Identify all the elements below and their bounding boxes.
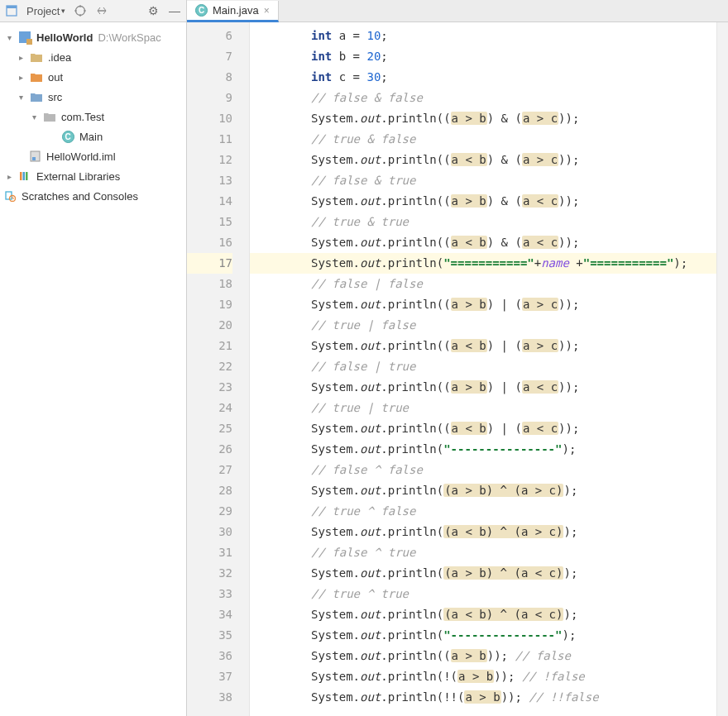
- code-line[interactable]: // true ^ true: [250, 584, 716, 604]
- tree-scratches[interactable]: Scratches and Consoles: [0, 186, 186, 206]
- code-line[interactable]: System.out.println((a > b) & (a < c));: [250, 191, 716, 212]
- minimize-icon[interactable]: —: [168, 4, 181, 17]
- iml-file-icon: [28, 150, 41, 163]
- gutter-line[interactable]: 32: [187, 563, 232, 584]
- code-line[interactable]: // true | true: [250, 398, 716, 418]
- chevron-down-icon[interactable]: ▾: [28, 112, 40, 122]
- module-icon: [18, 31, 31, 44]
- gutter-line[interactable]: 7: [187, 46, 232, 67]
- chevron-right-icon[interactable]: ▸: [15, 73, 26, 82]
- tree-external-libs[interactable]: ▸ External Libraries: [0, 166, 186, 186]
- tree-label: out: [48, 71, 63, 84]
- gutter-line[interactable]: 38: [187, 687, 232, 708]
- tree-package[interactable]: ▾ com.Test: [0, 107, 186, 126]
- tab-label: Main.java: [213, 4, 259, 17]
- code-line[interactable]: System.out.println((a < b) | (a < c));: [250, 418, 716, 439]
- tab-main-java[interactable]: C Main.java ×: [187, 1, 279, 22]
- code-line[interactable]: System.out.println((a > b) & (a > c));: [250, 108, 716, 129]
- code-line[interactable]: System.out.println((a < b) & (a > c));: [250, 150, 716, 170]
- code-line[interactable]: // true & true: [250, 212, 716, 232]
- gutter-line[interactable]: 13: [187, 170, 232, 191]
- code-line[interactable]: System.out.println("---------------");: [250, 439, 716, 460]
- tree-out[interactable]: ▸ out: [0, 67, 186, 87]
- project-tree[interactable]: ▾ HelloWorld D:\WorkSpac ▸ .idea ▸ out: [0, 22, 187, 716]
- code-line[interactable]: int c = 30;: [250, 67, 716, 88]
- tree-root-path: D:\WorkSpac: [98, 31, 160, 44]
- gutter-line[interactable]: 27: [187, 460, 232, 480]
- gutter-line[interactable]: 30: [187, 522, 232, 542]
- code-line[interactable]: int a = 10;: [250, 26, 716, 46]
- gutter-line[interactable]: 21: [187, 336, 232, 356]
- gutter-line[interactable]: 16: [187, 232, 232, 253]
- gutter-line[interactable]: 26: [187, 439, 232, 460]
- code-line[interactable]: System.out.println((a > b) | (a > c));: [250, 294, 716, 315]
- tree-src[interactable]: ▾ src: [0, 87, 186, 107]
- gutter-line[interactable]: 14: [187, 191, 232, 212]
- gutter-line[interactable]: 25: [187, 418, 232, 439]
- gutter-line[interactable]: 9: [187, 88, 232, 108]
- chevron-right-icon[interactable]: ▸: [3, 172, 15, 181]
- gutter-line[interactable]: 29: [187, 501, 232, 522]
- gutter-line[interactable]: 22: [187, 356, 232, 377]
- code-line[interactable]: System.out.println((a < b) & (a < c));: [250, 232, 716, 253]
- gutter-line[interactable]: 33: [187, 584, 232, 604]
- gutter-line[interactable]: 17: [187, 253, 232, 274]
- code-line[interactable]: // true | false: [250, 315, 716, 336]
- gutter-line[interactable]: 6: [187, 26, 232, 46]
- tree-label: External Libraries: [36, 170, 120, 183]
- code-editor[interactable]: 6789101112131415161718192021222324252627…: [187, 22, 728, 716]
- code-line[interactable]: // false & true: [250, 170, 716, 191]
- code-line[interactable]: // false | false: [250, 274, 716, 294]
- editor-code-area[interactable]: int a = 10;int b = 20;int c = 30;// fals…: [250, 22, 716, 716]
- code-line[interactable]: // true & false: [250, 129, 716, 150]
- gutter-line[interactable]: 24: [187, 398, 232, 418]
- gutter-line[interactable]: 10: [187, 108, 232, 129]
- gutter-line[interactable]: 18: [187, 274, 232, 294]
- code-line[interactable]: // false ^ true: [250, 542, 716, 563]
- editor-gutter[interactable]: 6789101112131415161718192021222324252627…: [187, 22, 250, 716]
- tree-idea[interactable]: ▸ .idea: [0, 47, 186, 67]
- gutter-line[interactable]: 37: [187, 666, 232, 687]
- tree-label: Scratches and Consoles: [22, 190, 138, 203]
- target-icon[interactable]: [74, 4, 87, 17]
- gutter-line[interactable]: 36: [187, 646, 232, 666]
- gutter-line[interactable]: 8: [187, 67, 232, 88]
- code-line[interactable]: System.out.println((a > b) | (a < c));: [250, 377, 716, 398]
- gutter-line[interactable]: 34: [187, 604, 232, 625]
- code-line[interactable]: // false ^ false: [250, 460, 716, 480]
- gutter-line[interactable]: 11: [187, 129, 232, 150]
- code-line[interactable]: System.out.println((a > b) ^ (a < c));: [250, 563, 716, 584]
- chevron-down-icon[interactable]: ▾: [15, 93, 26, 102]
- gutter-line[interactable]: 31: [187, 542, 232, 563]
- gutter-line[interactable]: 23: [187, 377, 232, 398]
- gear-icon[interactable]: ⚙: [146, 4, 160, 17]
- gutter-line[interactable]: 15: [187, 212, 232, 232]
- gutter-line[interactable]: 19: [187, 294, 232, 315]
- chevron-down-icon[interactable]: ▾: [3, 33, 15, 42]
- code-line[interactable]: System.out.println((a < b) ^ (a < c));: [250, 604, 716, 625]
- tree-iml[interactable]: HelloWorld.iml: [0, 146, 186, 166]
- vertical-scrollbar[interactable]: [716, 22, 728, 716]
- code-line[interactable]: System.out.println((a > b) ^ (a > c));: [250, 480, 716, 501]
- close-icon[interactable]: ×: [264, 5, 270, 17]
- code-line[interactable]: System.out.println((a > b)); // false: [250, 646, 716, 666]
- code-line[interactable]: System.out.println(!(a > b)); // !false: [250, 666, 716, 687]
- tree-root[interactable]: ▾ HelloWorld D:\WorkSpac: [0, 27, 186, 47]
- gutter-line[interactable]: 20: [187, 315, 232, 336]
- code-line[interactable]: System.out.println(!!(a > b)); // !!fals…: [250, 687, 716, 708]
- tree-main-class[interactable]: C Main: [0, 126, 186, 146]
- collapse-icon[interactable]: [95, 4, 108, 17]
- chevron-right-icon[interactable]: ▸: [15, 53, 26, 62]
- project-tool-label[interactable]: Project ▾: [26, 5, 65, 17]
- code-line[interactable]: // false & false: [250, 88, 716, 108]
- gutter-line[interactable]: 28: [187, 480, 232, 501]
- code-line[interactable]: int b = 20;: [250, 46, 716, 67]
- code-line[interactable]: System.out.println("==========="+name +"…: [250, 253, 716, 274]
- gutter-line[interactable]: 35: [187, 625, 232, 646]
- code-line[interactable]: System.out.println((a < b) | (a > c));: [250, 336, 716, 356]
- gutter-line[interactable]: 12: [187, 150, 232, 170]
- code-line[interactable]: System.out.println("---------------");: [250, 625, 716, 646]
- code-line[interactable]: System.out.println((a < b) ^ (a > c));: [250, 522, 716, 542]
- code-line[interactable]: // true ^ false: [250, 501, 716, 522]
- code-line[interactable]: // false | true: [250, 356, 716, 377]
